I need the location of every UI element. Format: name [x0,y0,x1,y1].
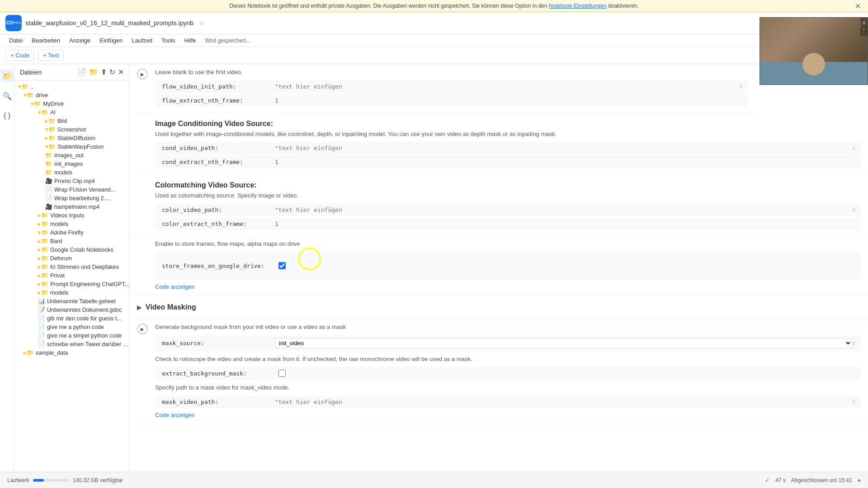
menu-bearbeiten[interactable]: Bearbeiten [28,35,64,46]
file-tree-item[interactable]: ▸📁Videos Inputs [14,211,129,220]
file-tree-item[interactable]: ▸📁Bild [14,117,129,125]
image-conditioning-desc: Used together with image-conditioned mod… [155,130,861,139]
leave-blank-desc: Leave blank to use the first video. [155,68,748,77]
sidebar-item-screenshot[interactable]: ▾📁Screenshot [14,125,129,134]
mask-video-path-input[interactable] [278,399,852,405]
store-frames-checkbox[interactable] [278,262,286,269]
seconds-label: 47 s [775,477,786,483]
run-button[interactable]: ▶ [137,69,148,80]
file-tree-item[interactable]: ▸📁KI Stimmen und Deepfakes [14,263,129,271]
laufwerk-label: Laufwerk [7,477,29,483]
cell-row: ▶ Leave blank to use the first video. fl… [130,68,755,108]
sidebar-item-adobe-firefly[interactable]: ▾📁Adobe Firefly [14,228,129,237]
cell-flow-video: ▶ Leave blank to use the first video. fl… [130,64,755,113]
files-icon[interactable]: 📁 [1,70,14,82]
notification-suffix: deaktivieren. [608,3,639,9]
store-frames-desc: Enable to store frames, flow maps, alpha… [155,239,861,249]
menu-bar: Datei Bearbeiten Anzeige Einfügen Laufze… [0,34,868,47]
cell-row: ▶ Generate background mask from your ini… [130,323,868,420]
refresh-icon[interactable]: ↻ [109,68,115,76]
extract-bg-mask-desc: Check to rotoscope the video and create … [155,355,861,364]
menu-hilfe[interactable]: Hilfe [180,35,199,46]
search-icon[interactable]: 🔍 [1,89,14,102]
color-video-path-row: color_video_path: " ≡ [155,204,861,216]
file-tree-item[interactable]: ▾📁drive [14,91,129,99]
cell-content-store: Enable to store frames, flow maps, alpha… [148,239,861,292]
green-dot: ● [858,477,861,483]
scroll-indicator-3: ≡ [852,206,855,213]
code-show-link-2[interactable]: Code anzeigen [155,410,194,420]
menu-einfuegen[interactable]: Einfügen [96,35,126,46]
cell-colormatching: Colormatching Video Source: Used as colo… [130,174,868,236]
file-tree-item[interactable]: ▸📁models [14,220,129,228]
file-tree-item[interactable]: 📊Unbenannte Tabelle.gsheet [14,297,129,305]
menu-tools[interactable]: Tools [158,35,179,46]
file-tree-item[interactable]: ▸📁StableDiffusion [14,134,129,142]
file-tree-item[interactable]: ▸📁Bard [14,237,129,245]
file-tree-item[interactable]: 📝Unbenanntes Dokument.gdoc [14,305,129,314]
color-video-path-quote: " [275,206,278,213]
add-code-button[interactable]: + Code [5,50,34,61]
file-tree-item[interactable]: ▸📁sample_data [14,348,129,357]
cell-row: Colormatching Video Source: Used as colo… [130,178,868,232]
file-tree-item[interactable]: 📄Wrap FUsion Verwand... [14,185,129,194]
mask-source-select[interactable]: init_video [275,338,852,348]
new-file-icon[interactable]: 📄 [77,68,86,76]
file-tree-item[interactable]: ▾📁AI [14,108,129,117]
extract-bg-mask-checkbox[interactable] [278,370,286,377]
code-show-link-1[interactable]: Code anzeigen [155,282,194,292]
file-tree-item[interactable]: ▸📁Google Colab Notebooks [14,245,129,254]
new-folder-icon[interactable]: 📁 [89,68,98,76]
file-tree-item[interactable]: 📄give me a simpel python code [14,331,129,340]
check-icon: ✓ [764,477,770,484]
close-sidebar-icon[interactable]: ✕ [118,68,124,76]
color-extract-label: color_extract_nth_frame: [162,221,275,227]
close-notification-icon[interactable]: ✕ [855,2,861,10]
file-tree-item[interactable]: 📄Wrap bearbeitung 2.... [14,194,129,202]
file-tree-item[interactable]: 📁images_out [14,151,129,160]
menu-datei[interactable]: Datei [5,35,26,46]
file-tree-item[interactable]: ▾📁StableWarpFusion [14,142,129,151]
file-tree-item[interactable]: ▸📁Deforum [14,254,129,263]
section-header-masking[interactable]: ▶ Video Masking [130,300,868,315]
file-tree-item[interactable]: 📄schreibe einen Tweet darüber ... [14,340,129,348]
flow-video-path-input[interactable] [278,83,739,90]
top-notification-bar: Dieses Notebook ist geöffnet und enthält… [0,0,868,12]
file-tree-item[interactable]: ▾📁.. [14,82,129,91]
cond-video-path-quote: " [275,145,278,151]
cond-extract-value: 1 [275,159,278,165]
file-tree-item[interactable]: 📁init_images [14,160,129,168]
code-icon[interactable]: { } [1,109,14,122]
file-tree-item[interactable]: ▸📁Privat [14,271,129,280]
cursor-highlight [298,248,321,270]
menu-laufzeit[interactable]: Laufzeit [128,35,156,46]
file-tree-item[interactable]: ▾📁MyDrive [14,99,129,108]
file-tree-item[interactable]: 📄gib mir den code für guess t... [14,314,129,323]
main-layout: 📁 🔍 { } ⚙ Dateien 📄 📁 ⬆ ↻ ✕ ▾📁.. ▾📁drive… [0,64,868,486]
menu-anzeige[interactable]: Anzeige [66,35,94,46]
notification-text: Dieses Notebook ist geöffnet und enthält… [229,3,547,9]
color-video-path-input[interactable] [278,206,852,213]
completed-at: Abgeschlossen um 15:41 [791,477,852,483]
chevron-icon: ▶ [137,304,142,311]
flow-extract-row: flow_extract_nth_frame: 1 [155,94,748,107]
flow-extract-value: 1 [275,97,278,104]
upload-icon[interactable]: ⬆ [101,68,107,76]
file-tree-item[interactable]: ▸📁models [14,288,129,297]
title-bar: CO PRO stable_warpfusion_v0_16_12_multi_… [0,12,868,34]
cond-video-path-input[interactable] [278,145,852,151]
star-icon[interactable]: ☆ [199,20,204,27]
file-tree-item[interactable]: 🎥Promo Clip.mp4 [14,177,129,185]
add-text-button[interactable]: + Text [38,50,64,61]
colab-logo: CO PRO [5,15,22,31]
file-tree-item[interactable]: ▸📁Prompt Engineering ChatGPT,... [14,280,129,288]
notebook-settings-link[interactable]: Notebook-Einstellungen [549,3,606,9]
code-anzeigen-1: Code anzeigen [155,282,861,292]
mask-video-path-label: mask_video_path: [162,399,275,405]
file-tree-item[interactable]: 📁models [14,168,129,177]
cell-row: Enable to store frames, flow maps, alpha… [130,239,868,292]
file-tree-item[interactable]: 🎥hampelmann.mp4 [14,202,129,211]
scroll-indicator: ≡ [739,83,742,89]
run-button-masking[interactable]: ▶ [137,324,148,334]
sidebar-item-give-me-python[interactable]: 📄give me a python code [14,323,129,331]
